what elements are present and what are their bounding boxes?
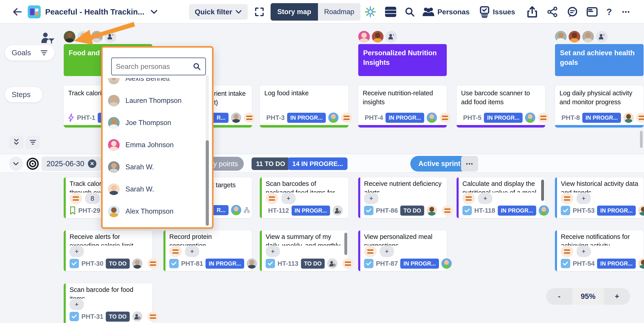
zoom-in-button[interactable]: + xyxy=(604,288,630,305)
tab-story-map[interactable]: Story map xyxy=(270,3,318,20)
status-badge[interactable]: IN PROGR... xyxy=(386,113,424,123)
status-badge[interactable]: TO DO xyxy=(400,206,424,216)
assignee-avatar[interactable] xyxy=(427,205,437,216)
status-badge[interactable]: IN PROGR... xyxy=(597,258,636,269)
goal-card[interactable]: Set and achieve health goals xyxy=(555,44,644,76)
add-chip[interactable]: + xyxy=(478,193,492,204)
story-card[interactable]: Calculate and display the nutritional va… xyxy=(456,178,545,218)
search-button[interactable] xyxy=(404,0,416,24)
steps-row-label[interactable]: Steps xyxy=(5,87,42,102)
avatar[interactable] xyxy=(569,31,580,42)
persona-option[interactable]: Sarah W. xyxy=(108,156,202,178)
step-card[interactable]: Log daily physical activity and monitor … xyxy=(555,86,644,128)
add-chip[interactable]: + xyxy=(70,246,84,257)
story-card[interactable]: View a summary of my daily, weekly, and … xyxy=(260,230,348,271)
story-card[interactable]: Receive alerts for exceeding calorie lim… xyxy=(64,230,152,271)
status-badge[interactable]: IN PROGR... xyxy=(287,113,326,123)
status-badge[interactable]: IN PROGR... xyxy=(484,113,522,123)
persona-filter-icon[interactable] xyxy=(40,32,55,46)
status-badge[interactable]: TO DO xyxy=(301,258,325,269)
backlog-panel-button[interactable] xyxy=(385,0,396,24)
story-card[interactable]: Receive notifications for achieving acti… xyxy=(555,230,644,271)
card-scrollbar[interactable] xyxy=(541,180,544,201)
back-button[interactable] xyxy=(12,0,23,24)
status-badge[interactable]: IN PROGR... xyxy=(498,206,536,216)
story-card[interactable]: Scan barcode for food items + PHT-31 TO … xyxy=(64,284,152,323)
zoom-out-button[interactable]: - xyxy=(546,288,572,305)
goal-card[interactable]: Personalized Nutrition Insights xyxy=(358,44,447,76)
active-sprint-button[interactable]: Active sprint xyxy=(410,156,468,172)
step-card[interactable]: Use barcode scanner to add food items PH… xyxy=(456,86,545,128)
sprint-collapse-button[interactable] xyxy=(9,157,23,171)
status-badge[interactable]: R... xyxy=(214,205,228,215)
persona-assign-icon[interactable] xyxy=(132,311,142,322)
assignee-avatar[interactable] xyxy=(638,205,644,216)
persona-search[interactable] xyxy=(111,58,206,76)
goals-row-label[interactable]: Goals xyxy=(5,45,54,60)
avatar[interactable] xyxy=(372,31,384,42)
step-card[interactable]: Receive nutrition-related insights PHT-4… xyxy=(358,86,447,128)
step-card[interactable]: Log food intake PHT-3 IN PROGR... xyxy=(260,86,348,128)
avatar[interactable] xyxy=(555,31,567,42)
avatar[interactable] xyxy=(358,31,370,42)
persona-option[interactable]: Sarah W. xyxy=(108,178,202,200)
help-button[interactable]: ? xyxy=(606,0,612,24)
persona-assign-icon[interactable] xyxy=(332,205,343,216)
status-badge[interactable]: IN PROGR... xyxy=(292,206,330,216)
status-badge[interactable]: IN PROGR... xyxy=(400,258,439,269)
filter-button[interactable] xyxy=(26,136,40,149)
sprint-more-button[interactable]: ••• xyxy=(461,156,478,172)
add-chip[interactable]: + xyxy=(266,246,280,257)
quick-filter-button[interactable]: Quick filter xyxy=(189,0,248,24)
add-chip[interactable]: + xyxy=(576,193,591,204)
story-card[interactable]: View historical activity data and trends… xyxy=(555,178,644,218)
persona-option[interactable]: Joe Thompson xyxy=(108,112,202,134)
status-badge[interactable]: TO DO xyxy=(106,258,130,269)
status-badge[interactable]: IN PROGR... xyxy=(206,258,244,269)
assignee-avatar[interactable] xyxy=(442,258,452,269)
persona-option[interactable]: Alex Thompson xyxy=(108,200,202,222)
assignee-avatar[interactable] xyxy=(539,205,549,216)
persona-search-input[interactable] xyxy=(116,62,190,71)
clear-date-icon[interactable]: ✕ xyxy=(88,160,96,168)
sprint-goal-icon[interactable] xyxy=(26,158,39,170)
export-button[interactable] xyxy=(527,0,538,24)
assignee-avatar[interactable] xyxy=(132,258,142,269)
payments-button[interactable] xyxy=(586,0,598,24)
add-chip[interactable]: + xyxy=(380,246,394,257)
assignee-avatar[interactable] xyxy=(231,112,241,123)
persona-option[interactable]: Lauren Thompson xyxy=(108,90,202,112)
story-card[interactable]: Record protein consumption + PHT-81 IN P… xyxy=(164,230,252,271)
popup-scrollbar-thumb[interactable] xyxy=(206,140,209,226)
add-chip[interactable]: + xyxy=(70,299,84,310)
status-badge[interactable]: TO DO xyxy=(106,312,130,322)
add-chip[interactable]: + xyxy=(281,193,296,204)
more-menu-button[interactable]: ••• xyxy=(622,0,630,24)
add-chip[interactable]: + xyxy=(185,246,199,257)
status-badge[interactable]: IN PROGR... xyxy=(582,113,621,123)
story-card[interactable]: Scan barcodes of packaged food items for… xyxy=(260,178,348,218)
add-persona-button[interactable] xyxy=(596,31,608,42)
assignee-avatar[interactable] xyxy=(427,112,437,123)
assignee-avatar[interactable] xyxy=(328,112,338,123)
story-card[interactable]: View personalized meal suggestions + PHT… xyxy=(358,230,447,271)
assignee-avatar[interactable] xyxy=(231,205,241,215)
card-scrollbar[interactable] xyxy=(344,233,347,255)
story-points-chip[interactable]: 8 xyxy=(85,193,100,204)
sprint-date-chip[interactable]: 2025-06-30 ✕ xyxy=(42,156,101,171)
status-badge[interactable]: R... xyxy=(214,113,228,123)
avatar[interactable] xyxy=(582,31,594,42)
assignee-avatar[interactable] xyxy=(638,258,644,269)
fullscreen-button[interactable] xyxy=(254,0,265,24)
story-card[interactable]: Receive nutrient deficiency alerts + PHT… xyxy=(358,178,447,218)
persona-option[interactable]: Alexis Bennett xyxy=(108,78,202,90)
share-button[interactable] xyxy=(547,0,558,24)
issues-button[interactable]: Issues xyxy=(479,0,515,24)
add-chip[interactable]: + xyxy=(576,246,591,257)
personas-button[interactable]: Personas xyxy=(422,0,470,24)
persona-option[interactable]: Emma Johnson xyxy=(108,134,202,156)
board-scrollbar[interactable] xyxy=(640,131,643,148)
feedback-button[interactable] xyxy=(567,0,578,24)
ai-sparkle-button[interactable] xyxy=(364,0,376,24)
tab-roadmap[interactable]: Roadmap xyxy=(318,3,360,20)
